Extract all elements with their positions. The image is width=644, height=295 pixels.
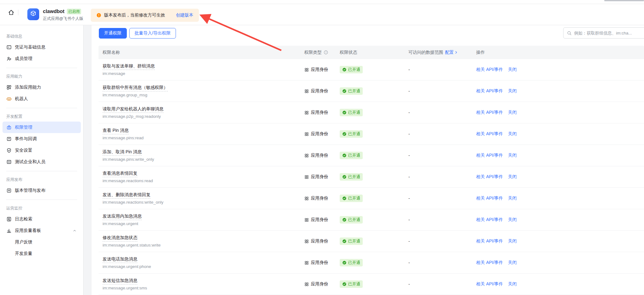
close-permission-link[interactable]: 关闭 <box>508 217 517 223</box>
horizontal-scrollbar[interactable] <box>604 0 644 1</box>
close-permission-link[interactable]: 关闭 <box>508 67 517 72</box>
sidebar-divider <box>6 200 77 200</box>
permission-title[interactable]: 查看消息表情回复 <box>103 171 137 177</box>
log-icon <box>6 216 12 222</box>
check-circle-icon <box>342 89 347 93</box>
close-permission-link[interactable]: 关闭 <box>508 110 517 115</box>
sidebar-subitem[interactable]: 开发质量 <box>2 248 81 259</box>
svg-text:?: ? <box>325 51 326 54</box>
close-permission-link[interactable]: 关闭 <box>508 281 517 287</box>
close-permission-link[interactable]: 关闭 <box>508 260 517 265</box>
search-input[interactable] <box>574 31 644 35</box>
sidebar-item[interactable]: 事件与回调 <box>2 133 81 145</box>
data-scope-cell: - <box>408 153 476 158</box>
related-api-link[interactable]: 相关 API/事件 <box>476 131 503 137</box>
related-api-link[interactable]: 相关 API/事件 <box>476 174 503 180</box>
open-permission-button[interactable]: 开通权限 <box>99 28 127 39</box>
permission-title[interactable]: 发送电话加急消息 <box>103 256 137 263</box>
question-icon[interactable]: ? <box>324 50 328 55</box>
status-badge: 已开通 <box>340 237 363 245</box>
permission-type-label: 应用身份 <box>311 153 328 158</box>
sidebar-item[interactable]: 日志检索 <box>2 213 81 225</box>
sidebar-divider <box>6 171 77 171</box>
banner-text: 版本发布后，当前修改方可生效 <box>104 12 165 18</box>
related-api-link[interactable]: 相关 API/事件 <box>476 238 503 244</box>
sidebar-item[interactable]: 机器人 <box>2 93 81 104</box>
related-api-link[interactable]: 相关 API/事件 <box>476 196 503 201</box>
actions-cell: 相关 API/事件 关闭 <box>476 174 644 180</box>
close-permission-link[interactable]: 关闭 <box>508 238 517 244</box>
sidebar-item-label: 日志检索 <box>15 216 32 222</box>
main-content: 开通权限 批量导入/导出权限 权限名称 权限类型 ? 权限状态 可访问的数据范围… <box>91 25 644 295</box>
permission-name-cell: 发送应用内加急消息 im:message.urgent <box>103 214 304 226</box>
permission-type-label: 应用身份 <box>311 260 328 265</box>
permission-title[interactable]: 读取用户发给机器人的单聊消息 <box>103 106 163 113</box>
close-permission-link[interactable]: 关闭 <box>508 196 517 201</box>
sidebar-gutter[interactable] <box>83 25 91 295</box>
permission-name-cell: 添加、取消 Pin 消息 im:message.pins:write_only <box>103 149 304 162</box>
related-api-link[interactable]: 相关 API/事件 <box>476 153 503 158</box>
sidebar-item[interactable]: 权限管理 <box>2 122 81 133</box>
close-permission-link[interactable]: 关闭 <box>508 174 517 180</box>
sidebar-item[interactable]: 安全设置 <box>2 145 81 156</box>
close-permission-link[interactable]: 关闭 <box>508 88 517 94</box>
close-permission-link[interactable]: 关闭 <box>508 153 517 158</box>
sidebar-item[interactable]: 凭证与基础信息 <box>2 41 81 53</box>
permission-type-cell: 应用身份 <box>304 238 340 244</box>
col-data-scope: 可访问的数据范围 配置 <box>408 50 476 55</box>
permission-name-cell: 发送、删除消息表情回复 im:message.reactions:write_o… <box>103 192 304 205</box>
app-header: clawdbot 已启用 正式应用@飞书个人版 版本发布后，当前修改方可生效 创… <box>0 4 644 25</box>
permission-title[interactable]: 发送应用内加急消息 <box>103 214 142 220</box>
sidebar-item[interactable]: 成员管理 <box>2 53 81 64</box>
data-scope-cell: - <box>408 217 476 222</box>
sidebar-item[interactable]: 应用质量看板 <box>2 225 81 236</box>
related-api-link[interactable]: 相关 API/事件 <box>476 217 503 223</box>
permission-title[interactable]: 查看 Pin 消息 <box>103 128 129 134</box>
permission-search[interactable] <box>563 27 644 39</box>
permission-status-cell: 已开通 <box>340 216 408 224</box>
col-permission-status: 权限状态 <box>340 50 408 55</box>
sidebar-item[interactable]: 版本管理与发布 <box>2 185 81 196</box>
col-permission-name: 权限名称 <box>103 50 304 55</box>
close-permission-link[interactable]: 关闭 <box>508 131 517 137</box>
permission-code: im:message.reactions:read <box>103 178 304 183</box>
permission-name-cell: 修改消息加急状态 im:message.urgent.status:write <box>103 235 304 247</box>
related-api-link[interactable]: 相关 API/事件 <box>476 67 503 72</box>
permission-title[interactable]: 修改消息加急状态 <box>103 235 137 242</box>
data-scope-cell: - <box>408 174 476 179</box>
grid-icon <box>304 132 309 136</box>
create-version-link[interactable]: 创建版本 <box>176 12 193 18</box>
status-badge: 已开通 <box>340 66 363 73</box>
permission-table: 权限名称 权限类型 ? 权限状态 可访问的数据范围 配置 操作 <box>99 46 644 295</box>
related-api-link[interactable]: 相关 API/事件 <box>476 260 503 265</box>
permission-status-cell: 已开通 <box>340 109 408 116</box>
permission-title[interactable]: 添加、取消 Pin 消息 <box>103 149 142 156</box>
home-icon[interactable] <box>7 9 15 16</box>
grid-icon <box>304 89 309 94</box>
table-row: 获取与发送单聊、群组消息 im:message 应用身份 已开通 <box>99 59 644 81</box>
related-api-link[interactable]: 相关 API/事件 <box>476 110 503 115</box>
permission-type-label: 应用身份 <box>311 238 328 244</box>
permission-code: im:message <box>103 71 304 76</box>
table-body: 获取与发送单聊、群组消息 im:message 应用身份 已开通 <box>99 59 644 295</box>
sidebar-divider <box>6 68 77 68</box>
sidebar-subitem[interactable]: 用户反馈 <box>2 236 81 248</box>
permission-title[interactable]: 发送短信加急消息 <box>103 278 137 284</box>
batch-import-export-button[interactable]: 批量导入/导出权限 <box>129 28 176 39</box>
permission-code: im:message.urgent <box>103 221 304 226</box>
permission-type-cell: 应用身份 <box>304 88 340 94</box>
related-api-link[interactable]: 相关 API/事件 <box>476 88 503 94</box>
chevron-up-icon[interactable] <box>72 228 77 233</box>
permission-title[interactable]: 获取群组中所有消息（敏感权限） <box>103 85 168 91</box>
sidebar-item[interactable]: 添加应用能力 <box>2 81 81 93</box>
permission-title[interactable]: 获取与发送单聊、群组消息 <box>103 63 155 70</box>
permission-code: im:message.urgent:sms <box>103 286 304 290</box>
sidebar-item[interactable]: 测试企业和人员 <box>2 156 81 168</box>
configure-link[interactable]: 配置 <box>445 50 458 55</box>
related-api-link[interactable]: 相关 API/事件 <box>476 281 503 287</box>
permission-type-cell: 应用身份 <box>304 281 340 287</box>
col-actions: 操作 <box>476 50 644 55</box>
permission-title[interactable]: 发送、删除消息表情回复 <box>103 192 150 199</box>
permission-code: im:message.urgent:phone <box>103 264 304 269</box>
grid-icon <box>304 153 309 158</box>
